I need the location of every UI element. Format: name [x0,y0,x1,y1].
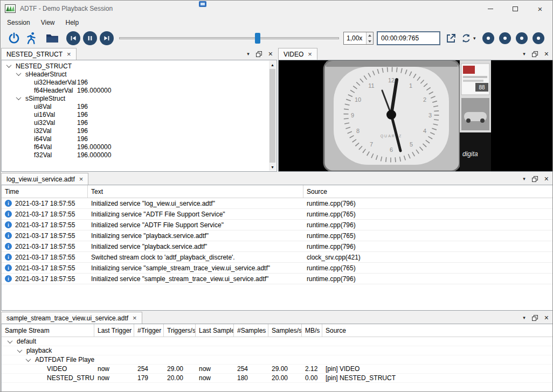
tree-row[interactable]: ui32Val196 [2,118,276,127]
log-row[interactable]: i2021-03-17 18:57:55 Initializing servic… [2,209,552,220]
detach-button[interactable] [446,33,457,44]
tab-nested-struct[interactable]: NESTED_STRUCT × [1,48,77,60]
log-row[interactable]: i2021-03-17 18:57:55 Initialized service… [2,274,552,284]
marker-nav-button-1[interactable] [482,32,494,44]
speed-spinbox[interactable]: 1,00x [343,32,374,45]
tab-video[interactable]: VIDEO × [278,48,317,60]
menu-help[interactable]: Help [60,17,85,28]
chevron-down-icon[interactable] [17,347,23,353]
column-header-samples-per-s[interactable]: Samples/s [268,324,302,337]
spin-up-button[interactable] [367,32,373,38]
float-panel-icon[interactable] [532,51,538,57]
close-panel-icon[interactable]: × [268,50,273,58]
log-row[interactable]: i2021-03-17 18:57:55 Initialized service… [2,220,552,230]
tree-row[interactable]: i64Val196 [2,135,276,143]
chevron-down-icon[interactable] [6,62,12,68]
trace-row[interactable]: playback [2,346,552,355]
tree-row[interactable]: sHeaderStruct [2,70,276,78]
column-header-text[interactable]: Text [88,185,303,198]
tab-close-icon[interactable]: × [133,314,137,321]
close-button[interactable]: × [528,1,552,17]
menu-session[interactable]: Session [2,17,36,28]
chevron-down-icon[interactable] [8,338,13,344]
slider-handle[interactable] [255,33,260,44]
log-row[interactable]: i2021-03-17 18:57:55 Switched stream clo… [2,252,552,263]
trace-row[interactable]: VIDEO now 254 29.00 now 254 29.00 2.12 [… [2,365,552,374]
column-header-triggers-per-s[interactable]: Triggers/s [164,324,196,337]
log-text: Initializing service "sample_stream_trac… [88,264,303,272]
chevron-down-icon[interactable]: ▾ [523,176,526,181]
trace-row[interactable]: NESTED_STRUCT now 179 20.00 now 180 20.0… [2,374,552,383]
chevron-down-icon[interactable] [26,356,31,362]
tree-row[interactable]: sSimpleStruct [2,94,276,102]
tree-row[interactable]: ui8Val196 [2,102,276,110]
skip-to-end-button[interactable] [100,31,114,45]
info-icon: i [5,275,12,282]
tree-row[interactable]: NESTED_STRUCT [2,62,276,70]
tree-row[interactable]: i32Val196 [2,127,276,135]
maximize-button[interactable] [503,1,528,17]
tree-row[interactable]: ui16Val196 [2,110,276,118]
log-text: Initializing service "ADTF File Support … [88,211,303,218]
close-panel-icon[interactable]: × [544,314,549,321]
spin-down-button[interactable] [367,38,373,44]
tab-trace-view[interactable]: sample_stream_trace_view.ui_service.adtf… [1,312,142,324]
chevron-down-icon[interactable]: ▾ [523,315,526,320]
scroll-down-icon[interactable]: ▾ [269,163,276,171]
marker-nav-button-3[interactable] [516,32,528,44]
column-header-mb-per-s[interactable]: MB/s [302,324,322,337]
tree-row[interactable]: ui32HeaderVal196 [2,78,276,86]
slider-track[interactable] [119,37,339,39]
float-panel-icon[interactable] [532,176,538,182]
chevron-down-icon[interactable]: ▾ [247,51,250,57]
tab-close-icon[interactable]: × [67,51,71,58]
float-panel-icon[interactable] [256,51,262,57]
chevron-down-icon[interactable] [16,71,22,76]
log-time: 2021-03-17 18:57:55 [15,232,75,240]
tab-close-icon[interactable]: × [308,51,312,58]
float-panel-icon[interactable] [532,315,538,321]
column-header-source[interactable]: Source [303,185,552,198]
tab-close-icon[interactable]: × [79,176,84,183]
pause-button[interactable] [83,31,97,45]
minimize-button[interactable] [478,1,503,17]
log-row[interactable]: i2021-03-17 18:57:55 Initialized service… [2,198,552,209]
vertical-scrollbar[interactable]: ▴ ▾ [269,61,276,171]
column-header-sample-stream[interactable]: Sample Stream [2,324,94,337]
column-header-source[interactable]: Source [322,324,552,337]
speed-value[interactable]: 1,00x [344,32,366,44]
trace-row[interactable]: default [2,337,552,346]
skip-to-start-button[interactable] [66,31,80,45]
close-panel-icon[interactable]: × [544,50,549,58]
column-header-last-sample[interactable]: Last Sample [196,324,234,337]
close-panel-icon[interactable]: × [544,175,549,183]
menu-view[interactable]: View [36,17,60,28]
chevron-down-icon: ▾ [473,36,476,41]
column-header-time[interactable]: Time [2,185,88,198]
loop-button[interactable]: ▾ [461,33,476,44]
open-session-button[interactable] [46,33,59,44]
chevron-down-icon[interactable]: ▾ [523,51,526,57]
power-button[interactable] [7,31,21,45]
column-header-last-trigger[interactable]: Last Trigger [94,324,134,337]
column-header-samples-count[interactable]: #Samples [234,324,268,337]
time-display[interactable]: 00:00:09:765 [377,31,440,45]
tree-row[interactable]: f64HeaderVal196.000000 [2,86,276,94]
scroll-up-icon[interactable]: ▴ [269,61,276,68]
tree-row[interactable]: f64Val196.000000 [2,143,276,151]
log-row[interactable]: i2021-03-17 18:57:55 Initialized service… [2,241,552,252]
chevron-down-icon[interactable] [16,95,22,100]
trace-row[interactable]: ADTFDAT File Player [2,355,552,365]
marker-nav-button-2[interactable] [499,32,511,44]
log-text: Initialized service "playback.service.ad… [88,243,303,250]
tree-row[interactable]: f32Val196.000000 [2,151,276,159]
arrow-up-icon [368,34,371,37]
marker-nav-button-4[interactable] [533,32,544,44]
run-button[interactable] [24,31,38,45]
tab-log-view[interactable]: log_view.ui_service.adtf × [1,173,88,185]
log-row[interactable]: i2021-03-17 18:57:55 Initializing servic… [2,263,552,274]
scrollbar-thumb[interactable] [269,69,275,163]
playback-position-slider[interactable] [119,32,339,45]
log-row[interactable]: i2021-03-17 18:57:55 Initializing servic… [2,230,552,241]
column-header-trigger-count[interactable]: #Trigger [134,324,164,337]
